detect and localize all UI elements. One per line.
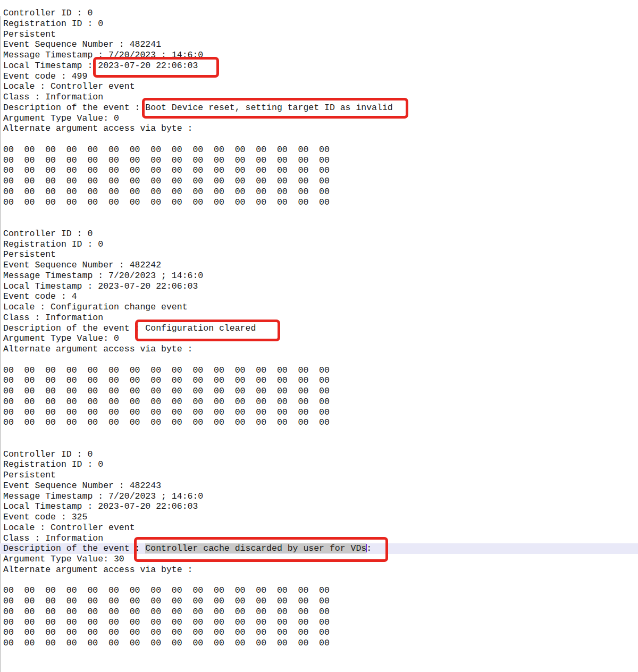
hex-dump-row: 00 00 00 00 00 00 00 00 00 00 00 00 00 0… bbox=[0, 176, 638, 187]
registration-id-line: Registration ID : 0 bbox=[0, 239, 638, 250]
hex-dump-row: 00 00 00 00 00 00 00 00 00 00 00 00 00 0… bbox=[0, 407, 638, 418]
event-code-line: Event code : 325 bbox=[0, 512, 638, 523]
registration-id-line: Registration ID : 0 bbox=[0, 19, 638, 29]
hex-dump-row: 00 00 00 00 00 00 00 00 00 00 00 00 00 0… bbox=[0, 397, 638, 407]
configuration-cleared-annotation-box bbox=[135, 320, 280, 341]
blank-line bbox=[0, 355, 638, 365]
hex-dump-row: 00 00 00 00 00 00 00 00 00 00 00 00 00 0… bbox=[0, 607, 638, 617]
event-code-line: Event code : 4 bbox=[0, 291, 638, 302]
blank-line bbox=[0, 659, 638, 670]
hex-dump-row: 00 00 00 00 00 00 00 00 00 00 00 00 00 0… bbox=[0, 365, 638, 376]
class-line: Class : Information bbox=[0, 313, 638, 323]
registration-id-line: Registration ID : 0 bbox=[0, 459, 638, 470]
controller-cache-annotation-box bbox=[134, 537, 388, 562]
hex-dump-row: 00 00 00 00 00 00 00 00 00 00 00 00 00 0… bbox=[0, 165, 638, 176]
locale-line: Locale : Configuration change event bbox=[0, 302, 638, 313]
event-sequence-line: Event Sequence Number : 482243 bbox=[0, 481, 638, 491]
message-timestamp-line: Message Timestamp : 7/20/2023 ; 14:6:0 bbox=[0, 271, 638, 281]
hex-dump-row: 00 00 00 00 00 00 00 00 00 00 00 00 00 0… bbox=[0, 187, 638, 197]
blank-line bbox=[0, 428, 638, 439]
event-sequence-line: Event Sequence Number : 482242 bbox=[0, 260, 638, 271]
locale-line: Locale : Controller event bbox=[0, 523, 638, 533]
hex-dump-row: 00 00 00 00 00 00 00 00 00 00 00 00 00 0… bbox=[0, 197, 638, 208]
alternate-argument-line: Alternate argument access via byte : bbox=[0, 344, 638, 355]
description-label: Description of the event : bbox=[3, 543, 145, 553]
blank-line bbox=[0, 439, 638, 449]
argument-type-line: Argument Type Value: 0 bbox=[0, 333, 638, 344]
local-timestamp-line: Local Timestamp : 2023-07-20 22:06:03 bbox=[0, 501, 638, 512]
local-timestamp-annotation-box bbox=[93, 57, 219, 78]
blank-line bbox=[0, 575, 638, 586]
log-viewer-page: Controller ID : 0Registration ID : 0Pers… bbox=[0, 0, 638, 672]
hex-dump-row: 00 00 00 00 00 00 00 00 00 00 00 00 00 0… bbox=[0, 596, 638, 607]
controller-id-line: Controller ID : 0 bbox=[0, 449, 638, 460]
locale-line: Locale : Controller event bbox=[0, 81, 638, 92]
boot-device-reset-annotation-box bbox=[142, 98, 408, 119]
persistent-line: Persistent bbox=[0, 470, 638, 481]
blank-line bbox=[0, 207, 638, 218]
hex-dump-row: 00 00 00 00 00 00 00 00 00 00 00 00 00 0… bbox=[0, 386, 638, 397]
blank-line bbox=[0, 134, 638, 145]
hex-dump-row: 00 00 00 00 00 00 00 00 00 00 00 00 00 0… bbox=[0, 155, 638, 166]
hex-dump-row: 00 00 00 00 00 00 00 00 00 00 00 00 00 0… bbox=[0, 375, 638, 386]
alternate-argument-line: Alternate argument access via byte : bbox=[0, 123, 638, 134]
alternate-argument-line: Alternate argument access via byte : bbox=[0, 565, 638, 575]
blank-line bbox=[0, 649, 638, 659]
blank-line bbox=[0, 218, 638, 229]
event-sequence-line: Event Sequence Number : 482241 bbox=[0, 39, 638, 50]
hex-dump-row: 00 00 00 00 00 00 00 00 00 00 00 00 00 0… bbox=[0, 617, 638, 628]
hex-dump-row: 00 00 00 00 00 00 00 00 00 00 00 00 00 0… bbox=[0, 585, 638, 596]
hex-dump-row: 00 00 00 00 00 00 00 00 00 00 00 00 00 0… bbox=[0, 145, 638, 155]
controller-id-line: Controller ID : 0 bbox=[0, 8, 638, 19]
local-timestamp-line: Local Timestamp : 2023-07-20 22:06:03 bbox=[0, 281, 638, 292]
controller-id-line: Controller ID : 0 bbox=[0, 229, 638, 239]
hex-dump-row: 00 00 00 00 00 00 00 00 00 00 00 00 00 0… bbox=[0, 627, 638, 638]
persistent-line: Persistent bbox=[0, 29, 638, 40]
hex-dump-row: 00 00 00 00 00 00 00 00 00 00 00 00 00 0… bbox=[0, 638, 638, 649]
message-timestamp-line: Message Timestamp : 7/20/2023 ; 14:6:0 bbox=[0, 491, 638, 502]
hex-dump-row: 00 00 00 00 00 00 00 00 00 00 00 00 00 0… bbox=[0, 417, 638, 428]
persistent-line: Persistent bbox=[0, 249, 638, 260]
description-line: Description of the event : Configuration… bbox=[0, 323, 638, 334]
